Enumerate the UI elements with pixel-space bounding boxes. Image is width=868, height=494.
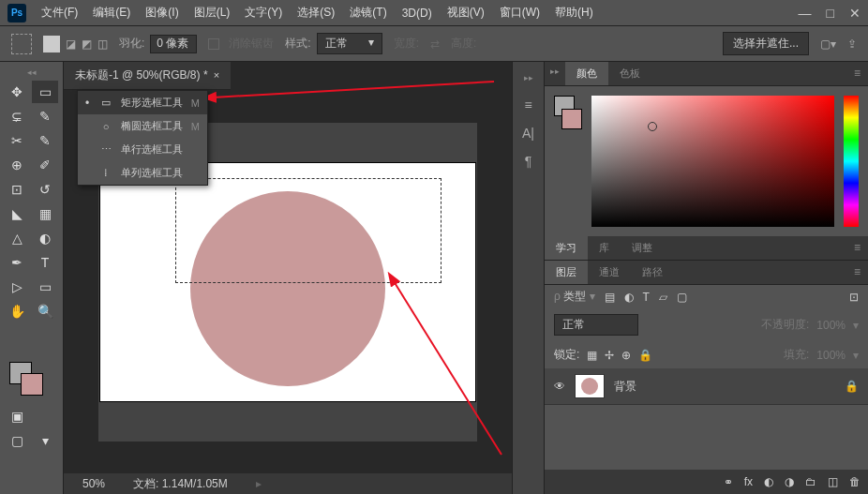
lasso-tool[interactable]: ⊊ (4, 105, 30, 127)
marquee-tool[interactable]: ▭ (32, 81, 58, 103)
pen-tool[interactable]: ✒ (4, 251, 30, 274)
select-and-mask-button[interactable]: 选择并遮住... (723, 32, 809, 55)
menu-help[interactable]: 帮助(H) (547, 1, 601, 24)
menu-window[interactable]: 窗口(W) (492, 1, 547, 24)
mask-icon[interactable]: ◐ (764, 475, 773, 488)
height-label: 高度: (451, 36, 476, 52)
feather-input[interactable] (150, 35, 197, 53)
screen-mode-tool[interactable]: ▢ (4, 429, 30, 452)
dodge-tool[interactable]: ◐ (32, 227, 58, 249)
eraser-tool[interactable]: ◣ (4, 202, 30, 225)
flyout-ellipse-marquee[interactable]: ○ 椭圆选框工具M (78, 114, 207, 138)
para-icon[interactable]: ¶ (525, 154, 532, 169)
document-tab[interactable]: 未标题-1 @ 50%(RGB/8) * × (64, 62, 231, 90)
shape-tool[interactable]: ▭ (32, 276, 58, 298)
sel-add-icon[interactable]: ◪ (66, 37, 76, 51)
menu-view[interactable]: 视图(V) (440, 1, 492, 24)
menu-layer[interactable]: 图层(L) (187, 1, 238, 24)
menu-3d[interactable]: 3D(D) (395, 3, 440, 23)
background-swatch[interactable] (21, 373, 43, 396)
history-brush-tool[interactable]: ↺ (32, 178, 58, 201)
char-icon[interactable]: A| (522, 126, 534, 141)
filter-smart-icon[interactable]: ▢ (677, 291, 687, 304)
hue-strip[interactable] (844, 96, 859, 227)
panel-menu-icon[interactable]: ≡ (846, 62, 868, 85)
filter-pixel-icon[interactable]: ▤ (605, 291, 615, 304)
filter-type-select[interactable]: ρ 类型 ▾ (554, 289, 595, 305)
tab-paths[interactable]: 路径 (631, 261, 674, 284)
doc-size[interactable]: 文档: 1.14M/1.05M (133, 476, 228, 492)
type-tool[interactable]: T (32, 251, 58, 274)
gradient-tool[interactable]: ▦ (32, 202, 58, 225)
menu-type[interactable]: 文字(Y) (237, 1, 290, 24)
menu-file[interactable]: 文件(F) (34, 1, 85, 24)
group-icon[interactable]: 🗀 (805, 475, 816, 488)
menu-edit[interactable]: 编辑(E) (85, 1, 138, 24)
tab-learn[interactable]: 学习 (545, 236, 588, 260)
tab-layers[interactable]: 图层 (545, 261, 588, 284)
heal-tool[interactable]: ⊕ (4, 154, 30, 176)
flyout-rect-marquee[interactable]: •▭ 矩形选框工具M (78, 91, 207, 114)
filter-type-icon[interactable]: T (643, 291, 650, 304)
menu-filter[interactable]: 滤镜(T) (342, 1, 394, 24)
lock-pixels-icon[interactable]: ▦ (587, 349, 597, 362)
brush-tool[interactable]: ✐ (32, 154, 58, 176)
quick-select-tool[interactable]: ✎ (32, 105, 58, 127)
visibility-icon[interactable]: 👁 (554, 380, 565, 393)
color-field[interactable] (591, 96, 834, 227)
tab-libraries[interactable]: 库 (588, 236, 621, 260)
toolbar-collapse[interactable]: ◂◂ (4, 66, 59, 79)
style-select[interactable]: 正常 ▾ (317, 33, 382, 54)
tab-adjustments[interactable]: 调整 (621, 236, 664, 260)
blur-tool[interactable]: △ (4, 227, 30, 249)
tab-swatches[interactable]: 色板 (608, 62, 651, 85)
lock-artboard-icon[interactable]: ⊕ (621, 349, 631, 362)
sel-subtract-icon[interactable]: ◩ (82, 37, 92, 51)
menu-select[interactable]: 选择(S) (290, 1, 342, 24)
fx-icon[interactable]: fx (744, 475, 753, 488)
layer-name[interactable]: 背景 (614, 379, 636, 395)
lock-icon: 🔒 (845, 380, 859, 393)
quickmask-tool[interactable]: ▣ (4, 405, 30, 427)
lock-all-icon[interactable]: 🔒 (638, 349, 652, 362)
new-layer-icon[interactable]: ◫ (828, 475, 838, 488)
eyedropper-tool[interactable]: ✎ (32, 129, 58, 152)
tool-preset-icon[interactable] (11, 34, 32, 54)
filter-shape-icon[interactable]: ▱ (659, 291, 667, 304)
sel-intersect-icon[interactable]: ◫ (97, 37, 108, 51)
filter-adjust-icon[interactable]: ◐ (624, 291, 634, 304)
zoom-tool[interactable]: 🔍 (32, 300, 58, 322)
feather-label: 羽化: (119, 36, 144, 52)
dock-collapse[interactable]: ▸▸ (522, 71, 535, 84)
panel-menu-icon[interactable]: ≡ (846, 261, 868, 284)
minimize-icon[interactable]: — (799, 6, 812, 21)
workspace-icon[interactable]: ▢▾ (820, 37, 836, 51)
move-tool[interactable]: ✥ (4, 81, 30, 103)
share-icon[interactable]: ⇪ (847, 37, 857, 51)
menu-image[interactable]: 图像(I) (138, 1, 186, 24)
adjustment-icon[interactable]: ◑ (785, 475, 794, 488)
flyout-row-marquee[interactable]: ⋯ 单行选框工具 (78, 138, 207, 161)
layer-thumbnail[interactable] (575, 374, 605, 398)
link-layers-icon[interactable]: ⚭ (724, 475, 733, 488)
history-icon[interactable]: ≡ (524, 97, 531, 112)
zoom-level[interactable]: 50% (82, 477, 105, 490)
filter-toggle[interactable]: ⊡ (849, 291, 859, 304)
hand-tool[interactable]: ✋ (4, 300, 30, 322)
flyout-col-marquee[interactable]: ⁞ 单列选框工具 (78, 161, 207, 185)
close-icon[interactable]: ✕ (849, 6, 861, 21)
delete-icon[interactable]: 🗑 (849, 475, 861, 488)
canvas[interactable] (100, 163, 475, 401)
stamp-tool[interactable]: ⊡ (4, 178, 30, 201)
sel-new-icon[interactable] (43, 36, 60, 52)
lock-position-icon[interactable]: ✢ (605, 349, 614, 362)
tab-color[interactable]: 颜色 (565, 62, 608, 85)
tab-channels[interactable]: 通道 (588, 261, 631, 284)
crop-tool[interactable]: ✂ (4, 129, 30, 152)
panel-menu-icon[interactable]: ≡ (846, 236, 868, 260)
screen-mode-flyout[interactable]: ▾ (32, 429, 58, 452)
path-select-tool[interactable]: ▷ (4, 276, 30, 298)
maximize-icon[interactable]: □ (827, 6, 834, 21)
color-panel-bg[interactable] (561, 109, 582, 129)
layer-row-background[interactable]: 👁 背景 🔒 (545, 368, 868, 405)
